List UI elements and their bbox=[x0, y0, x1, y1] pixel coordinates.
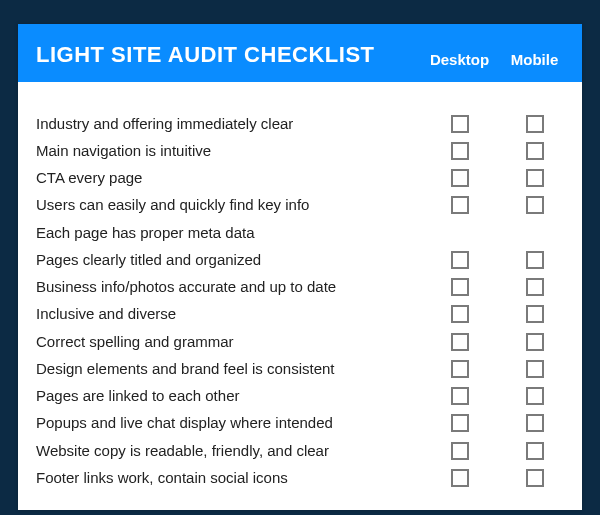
desktop-checkbox[interactable] bbox=[451, 414, 469, 432]
checklist-item-label: Footer links work, contain social icons bbox=[36, 468, 422, 488]
mobile-cell bbox=[497, 251, 572, 269]
desktop-cell bbox=[422, 360, 497, 378]
mobile-cell bbox=[497, 469, 572, 487]
mobile-checkbox[interactable] bbox=[526, 360, 544, 378]
checklist-header: LIGHT SITE AUDIT CHECKLIST Desktop Mobil… bbox=[18, 24, 582, 82]
checklist-row: Correct spelling and grammar bbox=[18, 328, 582, 355]
desktop-checkbox[interactable] bbox=[451, 387, 469, 405]
mobile-cell bbox=[497, 305, 572, 323]
checklist-title: LIGHT SITE AUDIT CHECKLIST bbox=[36, 42, 422, 68]
mobile-checkbox[interactable] bbox=[526, 251, 544, 269]
column-header-mobile: Mobile bbox=[497, 51, 572, 68]
desktop-cell bbox=[422, 224, 497, 242]
checklist-item-label: Industry and offering immediately clear bbox=[36, 114, 422, 134]
desktop-cell bbox=[422, 115, 497, 133]
mobile-cell bbox=[497, 387, 572, 405]
desktop-checkbox[interactable] bbox=[451, 469, 469, 487]
checklist-row: CTA every page bbox=[18, 165, 582, 192]
desktop-cell bbox=[422, 414, 497, 432]
desktop-cell bbox=[422, 469, 497, 487]
desktop-cell bbox=[422, 142, 497, 160]
checklist-row: Design elements and brand feel is consis… bbox=[18, 355, 582, 382]
desktop-checkbox[interactable] bbox=[451, 333, 469, 351]
mobile-cell bbox=[497, 169, 572, 187]
checklist-item-label: Main navigation is intuitive bbox=[36, 141, 422, 161]
mobile-cell bbox=[497, 442, 572, 460]
checklist-row: Main navigation is intuitive bbox=[18, 137, 582, 164]
checklist-row: Website copy is readable, friendly, and … bbox=[18, 437, 582, 464]
mobile-checkbox[interactable] bbox=[526, 333, 544, 351]
desktop-checkbox[interactable] bbox=[451, 196, 469, 214]
desktop-cell bbox=[422, 305, 497, 323]
mobile-checkbox[interactable] bbox=[526, 469, 544, 487]
checklist-item-label: Design elements and brand feel is consis… bbox=[36, 359, 422, 379]
mobile-cell bbox=[497, 333, 572, 351]
checklist-item-label: Each page has proper meta data bbox=[36, 223, 422, 243]
mobile-checkbox[interactable] bbox=[526, 442, 544, 460]
desktop-cell bbox=[422, 442, 497, 460]
checklist-row: Pages are linked to each other bbox=[18, 383, 582, 410]
mobile-cell bbox=[497, 196, 572, 214]
mobile-checkbox[interactable] bbox=[526, 278, 544, 296]
spacer-row bbox=[18, 86, 582, 110]
checklist-item-label: Pages clearly titled and organized bbox=[36, 250, 422, 270]
checklist-row: Inclusive and diverse bbox=[18, 301, 582, 328]
checklist-item-label: Inclusive and diverse bbox=[36, 304, 422, 324]
desktop-cell bbox=[422, 251, 497, 269]
mobile-cell bbox=[497, 414, 572, 432]
checklist-body: Industry and offering immediately clearM… bbox=[18, 82, 582, 510]
checklist-item-label: Pages are linked to each other bbox=[36, 386, 422, 406]
desktop-checkbox[interactable] bbox=[451, 305, 469, 323]
mobile-checkbox[interactable] bbox=[526, 115, 544, 133]
mobile-cell bbox=[497, 115, 572, 133]
desktop-checkbox[interactable] bbox=[451, 360, 469, 378]
checklist-item-label: CTA every page bbox=[36, 168, 422, 188]
mobile-checkbox[interactable] bbox=[526, 414, 544, 432]
desktop-checkbox[interactable] bbox=[451, 278, 469, 296]
checklist-row: Users can easily and quickly find key in… bbox=[18, 192, 582, 219]
mobile-cell bbox=[497, 89, 572, 107]
checklist-item-label: Business info/photos accurate and up to … bbox=[36, 277, 422, 297]
desktop-cell bbox=[422, 196, 497, 214]
desktop-cell bbox=[422, 333, 497, 351]
checklist-row: Pages clearly titled and organized bbox=[18, 246, 582, 273]
mobile-checkbox[interactable] bbox=[526, 305, 544, 323]
desktop-cell bbox=[422, 387, 497, 405]
desktop-checkbox[interactable] bbox=[451, 251, 469, 269]
desktop-cell bbox=[422, 278, 497, 296]
checklist-card: LIGHT SITE AUDIT CHECKLIST Desktop Mobil… bbox=[18, 24, 582, 510]
mobile-cell bbox=[497, 278, 572, 296]
desktop-checkbox[interactable] bbox=[451, 442, 469, 460]
mobile-checkbox[interactable] bbox=[526, 196, 544, 214]
checklist-row: Footer links work, contain social icons bbox=[18, 464, 582, 491]
mobile-cell bbox=[497, 224, 572, 242]
checklist-item-label: Popups and live chat display where inten… bbox=[36, 413, 422, 433]
desktop-cell bbox=[422, 169, 497, 187]
checklist-item-label: Users can easily and quickly find key in… bbox=[36, 195, 422, 215]
column-header-desktop: Desktop bbox=[422, 51, 497, 68]
mobile-checkbox[interactable] bbox=[526, 169, 544, 187]
checklist-row: Business info/photos accurate and up to … bbox=[18, 274, 582, 301]
desktop-checkbox[interactable] bbox=[451, 169, 469, 187]
checklist-row: Popups and live chat display where inten… bbox=[18, 410, 582, 437]
desktop-cell bbox=[422, 89, 497, 107]
checklist-item-label: Correct spelling and grammar bbox=[36, 332, 422, 352]
desktop-checkbox[interactable] bbox=[451, 142, 469, 160]
checklist-row: Each page has proper meta data bbox=[18, 219, 582, 246]
checklist-row: Industry and offering immediately clear bbox=[18, 110, 582, 137]
mobile-cell bbox=[497, 360, 572, 378]
desktop-checkbox[interactable] bbox=[451, 115, 469, 133]
mobile-checkbox[interactable] bbox=[526, 387, 544, 405]
mobile-checkbox[interactable] bbox=[526, 142, 544, 160]
mobile-cell bbox=[497, 142, 572, 160]
checklist-item-label: Website copy is readable, friendly, and … bbox=[36, 441, 422, 461]
